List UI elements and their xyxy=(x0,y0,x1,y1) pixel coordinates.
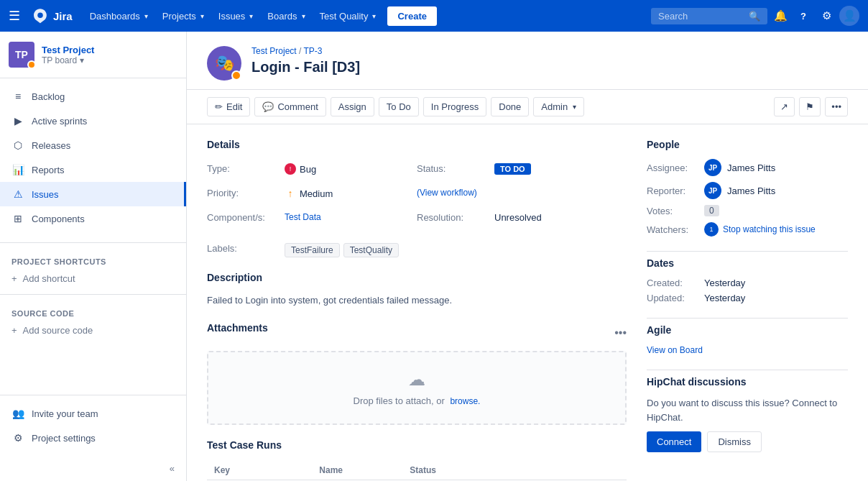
assignee-row: Assignee: JP James Pitts xyxy=(647,159,848,176)
sidebar-invite-team[interactable]: 👥 Invite your team xyxy=(0,401,186,426)
dates-title: Dates xyxy=(647,257,848,269)
table-header-row: Key Name Status xyxy=(207,461,627,480)
add-source-code-button[interactable]: + Add source code xyxy=(0,321,186,340)
flag-button[interactable]: ⚑ xyxy=(799,97,821,116)
bug-icon: ! xyxy=(285,163,296,175)
reporter-info: JP James Pitts xyxy=(704,182,775,199)
attachments-title: Attachments xyxy=(207,322,268,334)
sidebar-item-backlog[interactable]: ≡ Backlog xyxy=(0,84,186,109)
attachments-header: Attachments ••• xyxy=(207,322,627,344)
hipchat-actions: Connect Dismiss xyxy=(647,431,848,452)
sidebar-navigation: ≡ Backlog ▶ Active sprints ⬡ Releases 📊 … xyxy=(0,78,186,237)
nav-dashboards[interactable]: Dashboards▾ xyxy=(84,0,154,32)
assign-button[interactable]: Assign xyxy=(331,97,374,116)
backlog-icon: ≡ xyxy=(11,90,24,103)
nav-test-quality[interactable]: Test Quality▾ xyxy=(314,0,382,32)
test-case-runs-section: Test Case Runs Key Name Status xyxy=(207,439,627,482)
reports-icon: 📊 xyxy=(11,163,24,176)
comment-icon: 💬 xyxy=(262,101,274,112)
sidebar-collapse-button[interactable]: « xyxy=(0,456,186,481)
description-text: Failed to Login into system, got credent… xyxy=(207,293,627,308)
breadcrumb: Test Project / TP-3 xyxy=(251,46,360,56)
main-content: 🎭 Test Project / TP-3 Login - Fail [D3] … xyxy=(187,32,868,481)
search-bar[interactable]: 🔍 xyxy=(651,8,767,24)
chevron-down-icon: ▾ xyxy=(200,12,204,20)
chevron-down-icon: ▾ xyxy=(80,55,84,65)
app-layout: TP Test Project TP board ▾ ≡ Backlog ▶ A… xyxy=(0,32,868,481)
attachments-section: Attachments ••• ☁ Drop files to attach, … xyxy=(207,322,627,425)
logo[interactable]: Jira xyxy=(26,0,78,32)
search-icon: 🔍 xyxy=(749,11,760,22)
breadcrumb-issue-key[interactable]: TP-3 xyxy=(304,46,323,56)
assignee-info: JP James Pitts xyxy=(704,159,775,176)
attachments-more-icon[interactable]: ••• xyxy=(614,326,627,339)
people-title: People xyxy=(647,139,848,150)
nav-projects[interactable]: Projects▾ xyxy=(157,0,210,32)
issue-left-column: Details Type: ! Bug Status: xyxy=(207,139,647,481)
watchers-badge: 1 xyxy=(704,222,719,237)
logo-text: Jira xyxy=(53,10,73,22)
sidebar-item-releases[interactable]: ⬡ Releases xyxy=(0,133,186,157)
create-button[interactable]: Create xyxy=(387,6,436,26)
settings-icon: ⚙ xyxy=(11,431,24,444)
priority-row: Priority: ↑ Medium xyxy=(207,185,417,202)
issues-icon: ⚠ xyxy=(11,188,24,201)
col-key: Key xyxy=(207,461,312,480)
chevron-down-icon: ▾ xyxy=(249,12,253,20)
comment-button[interactable]: 💬 Comment xyxy=(254,97,326,116)
project-board[interactable]: TP board ▾ xyxy=(42,55,94,65)
col-name: Name xyxy=(312,461,402,480)
reporter-row: Reporter: JP James Pitts xyxy=(647,182,848,199)
hipchat-dismiss-button[interactable]: Dismiss xyxy=(707,431,762,452)
notifications-icon[interactable]: 🔔 xyxy=(770,6,790,26)
to-do-button[interactable]: To Do xyxy=(379,97,419,116)
chevron-down-icon: ▾ xyxy=(372,12,376,20)
col-actions xyxy=(561,461,627,480)
releases-icon: ⬡ xyxy=(11,139,24,152)
project-name[interactable]: Test Project xyxy=(42,45,94,55)
hipchat-section: HipChat discussions Do you want to discu… xyxy=(647,376,848,452)
hipchat-connect-button[interactable]: Connect xyxy=(647,431,701,452)
nav-issues[interactable]: Issues▾ xyxy=(213,0,259,32)
toolbar-right-actions: ↗ ⚑ ••• xyxy=(774,97,848,116)
project-badge xyxy=(27,60,36,69)
sidebar-item-issues[interactable]: ⚠ Issues xyxy=(0,182,186,206)
nav-boards[interactable]: Boards▾ xyxy=(262,0,310,32)
hamburger-icon[interactable]: ☰ xyxy=(9,8,20,24)
more-button[interactable]: ••• xyxy=(825,97,848,116)
stop-watching-link[interactable]: Stop watching this issue xyxy=(723,224,816,234)
sidebar-item-active-sprints[interactable]: ▶ Active sprints xyxy=(0,109,186,133)
admin-button[interactable]: Admin ▾ xyxy=(533,97,584,116)
sprints-icon: ▶ xyxy=(11,114,24,127)
resolution-row: Resolution: Unresolved xyxy=(417,209,627,226)
more-icon: ••• xyxy=(831,101,841,112)
sidebar: TP Test Project TP board ▾ ≡ Backlog ▶ A… xyxy=(0,32,187,481)
sidebar-item-reports[interactable]: 📊 Reports xyxy=(0,157,186,182)
add-shortcut-button[interactable]: + Add shortcut xyxy=(0,269,186,288)
help-icon[interactable]: ? xyxy=(793,6,813,26)
reporter-name: James Pitts xyxy=(727,185,775,196)
breadcrumb-project-link[interactable]: Test Project xyxy=(251,46,297,56)
sidebar-section-source: SOURCE CODE xyxy=(0,301,186,321)
status-badge: TO DO xyxy=(494,163,531,175)
issue-avatar-badge xyxy=(231,70,241,81)
done-button[interactable]: Done xyxy=(491,97,529,116)
labels-row: Labels: TestFailure TestQuality xyxy=(207,240,627,260)
component-link[interactable]: Test Data xyxy=(285,212,321,222)
details-title: Details xyxy=(207,139,627,150)
user-avatar[interactable]: 👤 xyxy=(839,6,859,26)
in-progress-button[interactable]: In Progress xyxy=(423,97,486,116)
drop-zone[interactable]: ☁ Drop files to attach, or browse. xyxy=(207,351,627,425)
export-icon: ↗ xyxy=(780,101,788,112)
browse-link[interactable]: browse. xyxy=(450,396,480,406)
settings-icon[interactable]: ⚙ xyxy=(816,6,836,26)
updated-row: Updated: Yesterday xyxy=(647,293,848,303)
sidebar-item-components[interactable]: ⊞ Components xyxy=(0,206,186,231)
view-workflow-link[interactable]: (View workflow) xyxy=(417,188,477,198)
view-on-board-link[interactable]: View on Board xyxy=(647,345,703,355)
export-button[interactable]: ↗ xyxy=(774,97,795,116)
search-input[interactable] xyxy=(658,11,744,22)
sidebar-project-settings[interactable]: ⚙ Project settings xyxy=(0,426,186,450)
edit-button[interactable]: ✏ Edit xyxy=(207,97,250,116)
assignee-avatar: JP xyxy=(704,159,721,176)
